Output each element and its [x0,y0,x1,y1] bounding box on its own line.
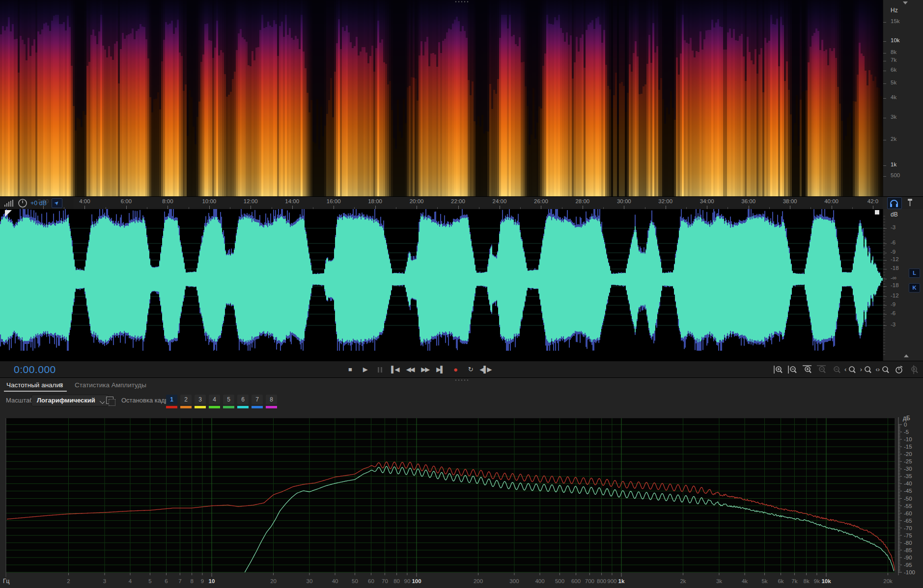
db-ruler-minor-tick [883,313,885,314]
ruler-collapse-icon[interactable] [903,1,909,5]
marker-pin-icon[interactable] [906,198,914,207]
skip-playhead-button[interactable]: ◀▌▶ [479,366,491,373]
timeline-label: 36:00 [741,198,755,204]
transport-buttons: ■▶▌◀◀◀▶▶▶▌●↻◀▌▶ [344,361,491,377]
scale-dropdown[interactable]: Логарифмический [31,395,109,406]
hz-ruler-tick [883,165,886,166]
timer-button[interactable] [893,365,905,374]
audio-editor-window: Hz 15k10k8k7k6k5k4k3k2k1k500 +0 dB ➤ 2:0… [0,0,923,588]
clock-icon[interactable] [18,198,28,208]
db-ruler-minor-tick [883,263,885,264]
svg-text:-20: -20 [904,451,912,457]
zoom-in-vertical-button[interactable] [772,365,784,374]
svg-text:10k: 10k [821,578,831,584]
zoom-out-horizontal-button[interactable] [815,365,827,374]
db-ruler-minor-tick [883,307,885,308]
play-button[interactable]: ▶ [359,366,371,373]
timeline-label: 40:00 [824,198,839,204]
svg-text:20k: 20k [883,578,893,584]
zoom-full-button[interactable] [908,365,920,374]
rewind-button[interactable]: ◀◀ [404,366,416,373]
selection-handle-left[interactable] [5,210,13,218]
svg-text:8: 8 [190,578,193,584]
timeline-tick-major [84,206,85,209]
frame-hold-3-button[interactable]: 3 [195,395,206,404]
db-ruler-minor-tick [883,290,885,290]
timeline-tick-major [43,206,44,209]
time-ruler[interactable]: +0 dB ➤ 2:004:006:008:0010:0012:0014:001… [0,196,883,210]
timeline-tick-major [749,206,749,209]
channel-button-K[interactable]: K [909,283,920,293]
skip-to-start-button[interactable]: ▌◀ [389,366,401,373]
monitor-button[interactable] [887,197,902,209]
magnifier-icon [786,365,798,374]
db-ruler-tick [883,253,887,253]
headphones-icon [889,198,901,208]
db-ruler-label: -6 [891,310,895,316]
fast-forward-button[interactable]: ▶▶ [419,366,431,373]
db-ruler-minor-tick [883,298,885,299]
timeline-tick-major [873,206,873,209]
loop-playback-button[interactable]: ↻ [464,366,476,373]
transport-bar: 0:00.000 ■▶▌◀◀◀▶▶▶▌●↻◀▌▶ ‹›‹› [0,361,923,377]
amplitude-ruler[interactable]: dB -3-6-9-12-18-∞-18-12-9-6-3LK [883,209,923,361]
db-ruler-minor-tick [883,272,885,272]
hz-ruler-label: 2k [891,136,896,142]
hz-ruler-tick [883,118,886,118]
zoom-in-point-button[interactable]: ‹ [844,365,857,374]
stop-button[interactable]: ■ [344,366,356,373]
frequency-analysis-chart[interactable]: дБ0-5-10-15-20-25-30-35-40-45-50-55-60-6… [0,412,923,588]
svg-text:200: 200 [474,578,483,584]
db-ruler-minor-tick [883,304,885,305]
hz-ruler-tick [883,53,886,53]
svg-text:-55: -55 [904,503,912,509]
tab-amplitude-statistics[interactable]: Статистика Амплитуды [75,381,146,389]
frame-hold-4-button[interactable]: 4 [209,395,220,404]
levels-icon [4,199,15,207]
db-ruler-minor-tick [883,219,885,219]
zoom-out-vertical-button[interactable] [786,365,798,374]
spectrogram-image [0,0,883,196]
record-button[interactable]: ● [449,365,461,374]
zoom-reset-button[interactable] [830,365,842,374]
db-ruler-tick [883,243,887,244]
copy-frame-icon[interactable] [106,397,113,404]
db-ruler-tick [883,228,887,229]
tab-frequency-analysis[interactable]: Частотный анализ [6,381,63,389]
svg-text:-10: -10 [904,436,912,442]
magnifier-icon [830,365,842,374]
frame-hold-1-button[interactable]: 1 [166,395,177,404]
channel-button-L[interactable]: L [909,268,920,278]
timeline-tick-major [209,206,210,209]
zoom-selection-button[interactable]: ‹› [875,365,891,374]
waveform-display[interactable] [0,209,883,361]
zoom-in-horizontal-button[interactable] [801,365,813,374]
timeline-tick-major [500,206,500,209]
frame-hold-7-button[interactable]: 7 [252,395,263,404]
pin-button[interactable]: ➤ [52,198,62,208]
svg-text:600: 600 [571,578,581,584]
frequency-ruler[interactable]: Hz 15k10k8k7k6k5k4k3k2k1k500 [883,0,923,196]
time-display[interactable]: 0:00.000 [14,364,56,375]
skip-to-end-button[interactable]: ▶▌ [434,366,446,373]
panel-resize-handle-bottom[interactable] [454,379,469,381]
ruler-expand-icon[interactable] [904,354,910,358]
db-ruler-minor-tick [883,295,885,296]
frame-hold-5-button[interactable]: 5 [223,395,234,404]
timeline-label: 6:00 [121,198,132,204]
frame-hold-8-button[interactable]: 8 [266,395,277,404]
spectrogram-display[interactable] [0,0,883,196]
svg-text:800: 800 [597,578,606,584]
frame-hold-2-button[interactable]: 2 [180,395,192,404]
timeline-tick-major [583,206,583,209]
frame-hold-6-button[interactable]: 6 [237,395,249,404]
pause-button[interactable] [374,366,386,373]
panel-resize-handle[interactable] [454,0,469,3]
svg-text:6: 6 [165,578,168,584]
svg-text:5k: 5k [761,578,767,584]
timeline-label: 24:00 [493,198,507,204]
selection-handle-right[interactable] [874,210,880,216]
panel-menu-icon[interactable]: ≡ [59,381,63,389]
svg-text:50: 50 [352,578,358,584]
zoom-out-point-button[interactable]: › [860,365,873,374]
